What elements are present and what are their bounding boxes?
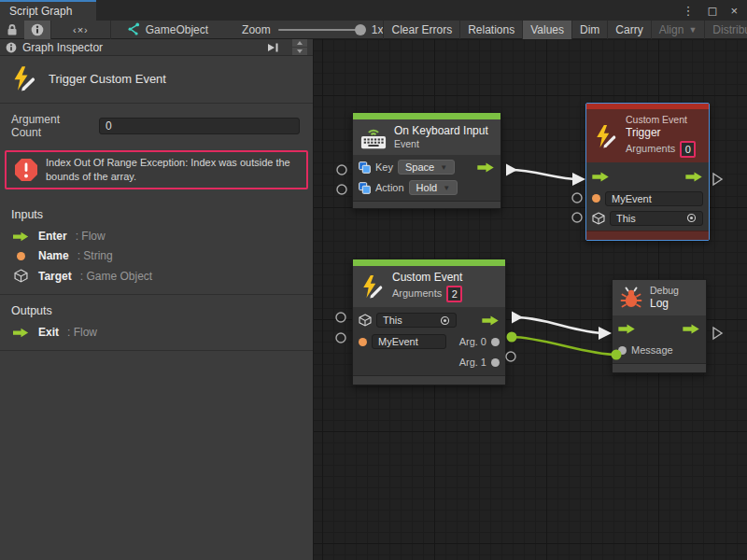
button-label: Align [659, 23, 684, 36]
lock-button[interactable] [0, 21, 24, 39]
flow-out-port[interactable] [482, 315, 500, 326]
pin-type: : String [78, 249, 113, 262]
dock-panel-button[interactable] [262, 42, 283, 53]
arg1-label: Arg. 1 [459, 357, 486, 368]
zoom-slider-handle[interactable] [355, 24, 366, 35]
align-dropdown[interactable]: Align ▼ [651, 21, 705, 39]
clear-errors-button[interactable]: Clear Errors [383, 21, 459, 39]
close-icon[interactable]: × [730, 5, 738, 17]
object-picker-icon[interactable] [440, 315, 450, 326]
lock-icon [7, 23, 18, 36]
connection-arg0-to-message[interactable] [512, 337, 616, 355]
node-subtitle: Event [394, 138, 488, 150]
spin-down-button[interactable] [292, 48, 307, 55]
gameobject-reference[interactable]: GameObject [126, 22, 208, 36]
string-port-icon[interactable] [592, 194, 600, 203]
chevron-up-icon [297, 41, 303, 45]
values-button[interactable]: Values [522, 21, 571, 39]
target-field[interactable]: This [610, 211, 703, 226]
target-field[interactable]: This [376, 313, 457, 328]
run-trigger-button[interactable] [713, 174, 722, 185]
button-label: Values [530, 23, 564, 36]
action-dropdown[interactable]: Hold ▼ [409, 180, 458, 195]
node-custom-event[interactable]: Custom Event Arguments 2 This [352, 259, 506, 385]
arguments-count-box[interactable]: 0 [680, 141, 696, 158]
action-value: Hold [416, 182, 438, 193]
carry-button[interactable]: Carry [607, 21, 650, 39]
port-key-input[interactable] [337, 165, 346, 175]
flow-out-port[interactable] [685, 172, 703, 182]
flow-in-port[interactable] [592, 172, 610, 182]
toolbar-separator [110, 21, 111, 39]
node-on-keyboard-input[interactable]: On Keyboard Input Event Key Space ▼ [352, 112, 501, 209]
run-debug-button[interactable] [713, 328, 722, 339]
bug-icon [620, 287, 642, 309]
arguments-label: Arguments [392, 287, 442, 301]
info-icon [31, 23, 44, 36]
zoom-slider[interactable] [278, 29, 364, 31]
error-icon [14, 158, 38, 182]
message-in-port[interactable] [618, 346, 627, 355]
unit-title-block: Trigger Custom Event [0, 56, 313, 104]
pin-name: Enter [38, 230, 67, 243]
csharp-preview-button[interactable]: ‹×› [51, 21, 110, 39]
string-port-icon[interactable] [359, 338, 367, 346]
connection-event-to-debug[interactable] [515, 317, 605, 333]
chevron-down-icon: ▼ [688, 25, 697, 35]
flow-out-port[interactable] [477, 162, 495, 173]
connection-endpoint-dot [507, 332, 517, 343]
node-header: Debug Log [613, 280, 706, 315]
chevron-down-icon [297, 49, 303, 53]
event-name-field[interactable]: MyEvent [605, 191, 703, 206]
event-name-field[interactable]: MyEvent [372, 334, 446, 349]
relations-button[interactable]: Relations [459, 21, 522, 39]
flow-out-port[interactable] [683, 324, 700, 334]
node-debug-log[interactable]: Debug Log Message [612, 279, 707, 373]
distribute-dropdown[interactable]: Distribute ▼ [704, 21, 747, 39]
port-arg1-output[interactable] [506, 352, 515, 361]
arg1-out-port[interactable] [491, 358, 500, 367]
node-trigger-custom-event[interactable]: Custom Event Trigger Arguments 0 [585, 103, 710, 241]
pin-type: : Flow [67, 326, 97, 339]
port-event-name-input[interactable] [336, 333, 345, 343]
node-body: Key Space ▼ Action Hold [353, 155, 500, 201]
node-kind: Debug [650, 285, 679, 297]
arguments-count-box[interactable]: 2 [446, 286, 462, 302]
connection-arrowhead [572, 173, 585, 186]
key-dropdown[interactable]: Space ▼ [398, 160, 455, 175]
dock-icon [266, 42, 279, 53]
port-trigger-name-input[interactable] [572, 193, 582, 203]
cube-icon[interactable] [592, 212, 605, 225]
custom-event-icon [360, 274, 385, 299]
input-pin-enter: Enter : Flow [0, 227, 313, 246]
target-value: This [616, 213, 636, 224]
argument-count-input[interactable] [99, 118, 300, 134]
spin-up-button[interactable] [292, 39, 307, 47]
inspector-toggle-button[interactable] [24, 21, 50, 39]
event-name-value: MyEvent [378, 336, 418, 347]
input-pin-name: Name : String [0, 246, 313, 266]
window-tab-bar: Script Graph ⋮ ◻ × [0, 0, 747, 21]
port-event-target-input[interactable] [336, 313, 345, 322]
pin-name: Target [38, 270, 72, 283]
connection-keyboard-to-trigger[interactable] [510, 170, 578, 179]
graph-canvas[interactable]: On Keyboard Input Event Key Space ▼ [314, 39, 747, 560]
window-menu-icon[interactable]: ⋮ [683, 5, 695, 17]
tab-label: Script Graph [9, 5, 72, 18]
dim-button[interactable]: Dim [571, 21, 607, 39]
script-graph-icon [126, 22, 140, 36]
maximize-icon[interactable]: ◻ [708, 5, 718, 17]
object-picker-icon[interactable] [686, 213, 697, 223]
flow-in-port[interactable] [618, 324, 636, 334]
graph-toolbar: ‹×› GameObject Zoom 1x Clear Errors Rela… [0, 21, 747, 39]
window-controls: ⋮ ◻ × [683, 0, 747, 21]
node-title: On Keyboard Input [394, 124, 488, 138]
arg0-label: Arg. 0 [459, 336, 486, 347]
string-port-icon [17, 252, 25, 260]
node-kind: Custom Event [626, 114, 696, 126]
port-action-input[interactable] [337, 185, 346, 194]
cube-icon[interactable] [359, 314, 372, 327]
arg0-out-port[interactable] [491, 338, 500, 346]
tab-script-graph[interactable]: Script Graph [0, 0, 96, 21]
port-trigger-target-input[interactable] [572, 213, 582, 222]
